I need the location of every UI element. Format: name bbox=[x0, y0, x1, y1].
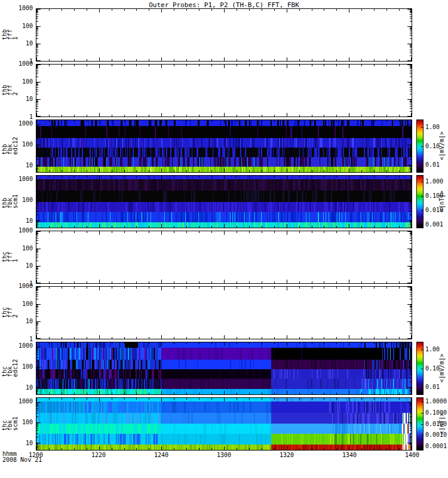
panel-thc-fbk-edc12 bbox=[36, 342, 412, 395]
panel-label-thb-fff-2: thbfff2 bbox=[2, 64, 18, 117]
y-tick-label: 10 bbox=[0, 96, 33, 102]
colorbar-tick bbox=[421, 165, 424, 166]
colorbar-tick bbox=[421, 435, 424, 436]
colorbar-tick bbox=[421, 210, 424, 211]
x-tick-label: 1240 bbox=[154, 452, 168, 458]
y-tick-label: 100 bbox=[0, 246, 33, 252]
x-tick-label: 1340 bbox=[342, 452, 357, 458]
y-tick-label: 100 bbox=[0, 79, 33, 85]
colorbar-tick bbox=[421, 196, 424, 197]
colorbar-tick bbox=[421, 424, 424, 425]
colorbar-tick bbox=[421, 350, 424, 350]
panel-label-line-2: 2 bbox=[13, 85, 18, 96]
colorbar-thc-fbk-edc12 bbox=[416, 342, 424, 395]
y-tick-label: 10 bbox=[0, 163, 33, 168]
y-tick-label: 1000 bbox=[0, 228, 33, 234]
panel-thb-fff-2 bbox=[36, 64, 412, 117]
x-tick-label: 1220 bbox=[91, 452, 106, 458]
x-tick-label: 1200 bbox=[29, 452, 43, 458]
panel-label-line-2: 2 bbox=[13, 307, 18, 318]
colorbar-unit-label-thc-fbk-scm1: <|nT|> bbox=[437, 397, 446, 451]
y-tick-label: 100 bbox=[0, 364, 33, 370]
colorbar-tick bbox=[421, 225, 424, 225]
panel-thc-fff-2 bbox=[36, 286, 412, 339]
spectrogram-canvas-thc-fbk-edc12 bbox=[36, 342, 412, 394]
spectrogram-canvas-thb-fbk-scm1 bbox=[36, 176, 412, 228]
y-tick-label: 1000 bbox=[0, 61, 33, 67]
colorbar-unit-label-thb-fbk-scm1: <|nT|> bbox=[437, 175, 446, 228]
panel-label-line-2: 1 bbox=[13, 29, 18, 40]
y-tick-label: 100 bbox=[0, 142, 33, 148]
colorbar-tick bbox=[421, 182, 424, 182]
colorbar-unit-text: <|mV/m|> bbox=[439, 131, 444, 160]
panel-label-thb-fff-1: thbfff1 bbox=[2, 8, 18, 62]
x-tick-label: 1300 bbox=[217, 452, 231, 458]
spectrogram-canvas-thb-fbk-edc12 bbox=[36, 120, 412, 172]
colorbar-tick bbox=[421, 146, 424, 147]
y-tick-label: 10 bbox=[0, 218, 33, 224]
panel-canvas-thc-fff-2 bbox=[36, 287, 412, 339]
colorbar-tick bbox=[421, 402, 424, 402]
colorbar-tick bbox=[421, 446, 424, 447]
panel-label-line-2: 1 bbox=[13, 252, 18, 262]
colorbar-unit-label-thc-fbk-edc12: <|mV/m|> bbox=[437, 342, 446, 395]
y-tick-label: 1000 bbox=[0, 399, 33, 405]
colorbar-thb-fbk-edc12 bbox=[416, 120, 424, 173]
colorbar-tick bbox=[421, 387, 424, 388]
y-tick-label: 100 bbox=[0, 23, 33, 29]
panel-thc-fbk-scm1 bbox=[36, 397, 412, 451]
colorbar-tick bbox=[421, 127, 424, 128]
colorbar-tick bbox=[421, 369, 424, 369]
plot-area: Outer Probes: P1, P2 (TH-B,C) FFT, FBK h… bbox=[0, 0, 448, 478]
panel-label-thc-fff-2: thcfff2 bbox=[2, 286, 18, 339]
panel-label-lines: thcfff1 bbox=[2, 252, 18, 262]
colorbar-unit-text: <|mV/m|> bbox=[439, 354, 444, 382]
panel-label-lines: thcfff2 bbox=[2, 307, 18, 318]
y-tick-label: 100 bbox=[0, 301, 33, 307]
panel-thb-fff-1 bbox=[36, 8, 412, 62]
y-tick-label: 1000 bbox=[0, 343, 33, 349]
spectrogram-canvas-thc-fbk-scm1 bbox=[36, 398, 412, 450]
colorbar-unit-text: <|nT|> bbox=[439, 413, 444, 434]
panel-label-lines: thbfff1 bbox=[2, 29, 18, 40]
y-tick-label: 10 bbox=[0, 263, 33, 269]
colorbar-thb-fbk-scm1 bbox=[416, 175, 424, 228]
panel-label-lines: thbfff2 bbox=[2, 85, 18, 96]
y-tick-label: 10 bbox=[0, 41, 33, 47]
panel-thc-fff-1 bbox=[36, 231, 412, 284]
y-tick-label: 10 bbox=[0, 440, 33, 446]
y-tick-label: 100 bbox=[0, 197, 33, 203]
y-tick-label: 1000 bbox=[0, 121, 33, 127]
colorbar-unit-text: <|nT|> bbox=[439, 191, 444, 212]
panel-thb-fbk-edc12 bbox=[36, 120, 412, 173]
y-tick-label: 100 bbox=[0, 419, 33, 425]
y-tick-label: 1000 bbox=[0, 176, 33, 182]
x-tick-label: 1400 bbox=[405, 452, 419, 458]
y-tick-label: 1000 bbox=[0, 283, 33, 289]
panel-label-thc-fff-1: thcfff1 bbox=[2, 231, 18, 284]
colorbar-thc-fbk-scm1 bbox=[416, 397, 424, 451]
panel-canvas-thc-fff-1 bbox=[36, 231, 412, 283]
panel-canvas-thb-fff-2 bbox=[36, 65, 412, 117]
colorbar-unit-label-thb-fbk-edc12: <|mV/m|> bbox=[437, 120, 446, 173]
x-tick-label: 1320 bbox=[280, 452, 294, 458]
y-tick-label: 10 bbox=[0, 318, 33, 324]
colorbar-tick bbox=[421, 413, 424, 413]
panel-thb-fbk-scm1 bbox=[36, 175, 412, 228]
y-tick-label: 1000 bbox=[0, 5, 33, 11]
panel-canvas-thb-fff-1 bbox=[36, 9, 412, 61]
y-tick-label: 10 bbox=[0, 385, 33, 391]
